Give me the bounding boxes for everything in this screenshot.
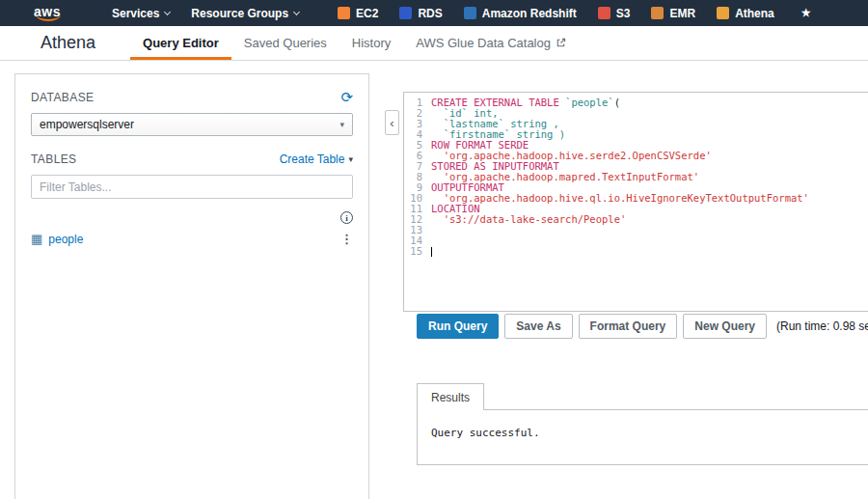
athena-console: aws Services Resource Groups EC2RDSAmazo… — [0, 0, 868, 499]
nav-services[interactable]: Services — [101, 0, 180, 26]
code-token: `people` — [565, 97, 614, 108]
sql-editor-panel: 1CREATE EXTERNAL TABLE `people`(2 `id` i… — [403, 92, 868, 312]
tables-list: ▦people⋮ — [31, 232, 353, 246]
nav-shortcuts: EC2RDSAmazon RedshiftS3EMRAthena — [327, 0, 785, 26]
info-icon[interactable]: i — [340, 211, 353, 224]
page-title: Athena — [41, 33, 95, 53]
text-cursor — [431, 247, 432, 257]
nav-shortcut-label: EC2 — [356, 7, 378, 20]
new-query-button[interactable]: New Query — [683, 314, 767, 339]
nav-shortcut-rds[interactable]: RDS — [389, 0, 452, 26]
tab-saved-queries[interactable]: Saved Queries — [231, 26, 339, 60]
nav-shortcut-label: S3 — [616, 7, 631, 20]
rds-icon — [399, 7, 412, 19]
table-options-icon[interactable]: ⋮ — [340, 232, 353, 246]
chevron-down-icon — [164, 8, 171, 14]
code-text — [431, 246, 432, 257]
code-line: 14 — [404, 236, 868, 246]
nav-shortcut-ec2[interactable]: EC2 — [327, 0, 389, 26]
nav-shortcut-s3[interactable]: S3 — [587, 0, 641, 26]
aws-logo[interactable]: aws — [34, 4, 61, 22]
tab-aws-glue-data-catalog[interactable]: AWS Glue Data Catalog — [403, 26, 579, 60]
tables-header: TABLES Create Table ▾ — [31, 152, 353, 166]
external-link-icon — [556, 38, 566, 48]
nav-resource-groups-label: Resource Groups — [191, 7, 288, 20]
code-token: 's3://data-lake-search/People' — [431, 213, 626, 225]
nav-shortcut-amazon-redshift[interactable]: Amazon Redshift — [453, 0, 587, 26]
redshift-icon — [464, 7, 476, 19]
create-table-label: Create Table — [280, 152, 345, 166]
nav-shortcut-athena[interactable]: Athena — [706, 0, 785, 26]
database-header: DATABASE ⟳ — [31, 90, 353, 104]
code-text: 'org.apache.hadoop.hive.ql.io.HiveIgnore… — [431, 193, 809, 204]
table-grid-icon: ▦ — [31, 233, 42, 245]
pin-star-icon[interactable]: ★ — [791, 0, 822, 26]
editor-actions: Run Query Save As Format Query New Query… — [417, 314, 868, 339]
nav-resource-groups[interactable]: Resource Groups — [180, 0, 310, 26]
table-name: people — [48, 233, 83, 246]
results-panel: Query successful. — [417, 409, 868, 465]
info-row: i — [31, 211, 353, 224]
database-sidebar: DATABASE ⟳ empowersqlserver ▾ TABLES Cre… — [14, 73, 369, 499]
run-status-text: (Run time: 0.98 seconds, Data scanned: 0… — [776, 319, 868, 333]
code-line: 15 — [404, 246, 868, 257]
nav-shortcut-label: Athena — [735, 7, 774, 20]
table-row: ▦people⋮ — [31, 232, 353, 246]
code-text: 's3://data-lake-search/People' — [431, 214, 626, 225]
tab-query-editor[interactable]: Query Editor — [130, 26, 231, 60]
create-table-link[interactable]: Create Table ▾ — [280, 152, 353, 166]
results-message: Query successful. — [431, 427, 855, 439]
chevron-down-icon: ▾ — [339, 120, 344, 129]
code-line: 13 — [404, 225, 868, 236]
emr-icon — [651, 7, 664, 19]
code-token: 'org.apache.hadoop.hive.ql.io.HiveIgnore… — [431, 192, 809, 204]
save-as-button[interactable]: Save As — [504, 314, 572, 339]
line-number: 15 — [404, 246, 431, 257]
ec2-icon — [338, 7, 350, 19]
chevron-down-icon: ▾ — [348, 154, 353, 164]
nav-shortcut-label: RDS — [418, 7, 442, 20]
athena-subnav: Athena Query Editor Saved Queries Histor… — [0, 26, 868, 61]
tab-aws-glue-label: AWS Glue Data Catalog — [416, 36, 551, 50]
tab-history[interactable]: History — [339, 26, 403, 60]
run-query-button[interactable]: Run Query — [417, 314, 499, 339]
s3-icon — [598, 7, 610, 19]
table-link[interactable]: ▦people — [31, 233, 83, 246]
nav-shortcut-label: EMR — [669, 7, 695, 20]
sql-editor[interactable]: 1CREATE EXTERNAL TABLE `people`(2 `id` i… — [404, 93, 868, 257]
code-line: 12 's3://data-lake-search/People' — [404, 214, 868, 225]
aws-topnav: aws Services Resource Groups EC2RDSAmazo… — [0, 0, 868, 26]
filter-tables-input[interactable] — [31, 175, 353, 199]
chevron-down-icon — [293, 8, 300, 14]
database-select[interactable]: empowersqlserver ▾ — [31, 113, 353, 136]
tab-results[interactable]: Results — [417, 383, 484, 410]
format-query-button[interactable]: Format Query — [579, 314, 678, 339]
refresh-icon[interactable]: ⟳ — [340, 90, 353, 104]
tabs: Query Editor Saved Queries History AWS G… — [130, 26, 579, 60]
database-label: DATABASE — [31, 91, 94, 104]
database-select-value: empowersqlserver — [40, 118, 134, 131]
athena-icon — [717, 7, 729, 19]
collapse-sidebar-button[interactable]: ‹ — [385, 110, 399, 135]
tables-label: TABLES — [31, 152, 77, 166]
code-token: ( — [614, 97, 620, 108]
nav-shortcut-label: Amazon Redshift — [482, 7, 577, 20]
nav-services-label: Services — [112, 7, 159, 20]
nav-shortcut-emr[interactable]: EMR — [640, 0, 706, 26]
